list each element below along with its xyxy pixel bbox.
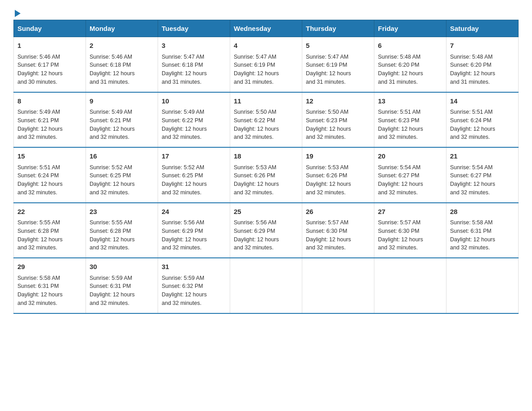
calendar-cell: 28Sunrise: 5:58 AMSunset: 6:31 PMDayligh…: [446, 203, 519, 258]
week-row-5: 29Sunrise: 5:58 AMSunset: 6:31 PMDayligh…: [14, 258, 519, 313]
calendar-cell: 25Sunrise: 5:56 AMSunset: 6:29 PMDayligh…: [230, 203, 302, 258]
calendar-cell: 11Sunrise: 5:50 AMSunset: 6:22 PMDayligh…: [230, 92, 302, 148]
week-row-3: 15Sunrise: 5:51 AMSunset: 6:24 PMDayligh…: [14, 147, 519, 203]
day-number: 14: [450, 96, 515, 107]
day-info: Sunrise: 5:57 AMSunset: 6:30 PMDaylight:…: [306, 218, 370, 252]
day-info: Sunrise: 5:54 AMSunset: 6:27 PMDaylight:…: [450, 163, 515, 197]
calendar-cell: 18Sunrise: 5:53 AMSunset: 6:26 PMDayligh…: [230, 147, 302, 203]
calendar-cell: 6Sunrise: 5:48 AMSunset: 6:20 PMDaylight…: [374, 37, 446, 92]
day-number: 16: [90, 151, 154, 162]
day-info: Sunrise: 5:47 AMSunset: 6:18 PMDaylight:…: [162, 53, 226, 86]
day-number: 9: [90, 96, 154, 107]
calendar-cell: 27Sunrise: 5:57 AMSunset: 6:30 PMDayligh…: [374, 203, 446, 258]
day-number: 29: [17, 262, 82, 272]
day-info: Sunrise: 5:55 AMSunset: 6:28 PMDaylight:…: [90, 218, 154, 252]
day-number: 26: [306, 207, 370, 217]
weekday-header-row: SundayMondayTuesdayWednesdayThursdayFrid…: [14, 20, 519, 37]
day-number: 4: [234, 41, 298, 51]
calendar-cell: 1Sunrise: 5:46 AMSunset: 6:17 PMDaylight…: [14, 37, 86, 92]
calendar-table: SundayMondayTuesdayWednesdayThursdayFrid…: [13, 20, 519, 314]
logo: [13, 9, 21, 15]
day-info: Sunrise: 5:47 AMSunset: 6:19 PMDaylight:…: [306, 53, 370, 86]
calendar-cell: 9Sunrise: 5:49 AMSunset: 6:21 PMDaylight…: [86, 92, 158, 148]
day-number: 12: [306, 96, 370, 107]
calendar-cell: [446, 258, 519, 313]
day-info: Sunrise: 5:58 AMSunset: 6:31 PMDaylight:…: [450, 218, 515, 252]
day-info: Sunrise: 5:51 AMSunset: 6:24 PMDaylight:…: [17, 163, 82, 197]
weekday-header-thursday: Thursday: [302, 20, 374, 37]
day-number: 13: [378, 96, 442, 107]
calendar-cell: 17Sunrise: 5:52 AMSunset: 6:25 PMDayligh…: [158, 147, 230, 203]
day-number: 17: [162, 151, 226, 162]
week-row-2: 8Sunrise: 5:49 AMSunset: 6:21 PMDaylight…: [14, 92, 519, 148]
calendar-cell: 21Sunrise: 5:54 AMSunset: 6:27 PMDayligh…: [446, 147, 519, 203]
calendar-cell: 13Sunrise: 5:51 AMSunset: 6:23 PMDayligh…: [374, 92, 446, 148]
day-info: Sunrise: 5:50 AMSunset: 6:22 PMDaylight:…: [234, 108, 298, 141]
day-info: Sunrise: 5:48 AMSunset: 6:20 PMDaylight:…: [450, 53, 515, 86]
day-number: 2: [90, 41, 154, 51]
day-number: 20: [378, 151, 442, 162]
calendar-cell: 23Sunrise: 5:55 AMSunset: 6:28 PMDayligh…: [86, 203, 158, 258]
day-number: 30: [90, 262, 154, 272]
calendar-cell: [230, 258, 302, 313]
day-number: 21: [450, 151, 515, 162]
day-number: 10: [162, 96, 226, 107]
day-info: Sunrise: 5:53 AMSunset: 6:26 PMDaylight:…: [306, 163, 370, 197]
day-number: 8: [17, 96, 82, 107]
day-info: Sunrise: 5:59 AMSunset: 6:31 PMDaylight:…: [90, 274, 154, 308]
day-info: Sunrise: 5:52 AMSunset: 6:25 PMDaylight:…: [90, 163, 154, 197]
weekday-header-monday: Monday: [86, 20, 158, 37]
calendar-cell: 24Sunrise: 5:56 AMSunset: 6:29 PMDayligh…: [158, 203, 230, 258]
day-info: Sunrise: 5:57 AMSunset: 6:30 PMDaylight:…: [378, 218, 442, 252]
weekday-header-sunday: Sunday: [14, 20, 86, 37]
day-info: Sunrise: 5:46 AMSunset: 6:17 PMDaylight:…: [17, 53, 82, 86]
day-info: Sunrise: 5:49 AMSunset: 6:22 PMDaylight:…: [162, 108, 226, 141]
week-row-1: 1Sunrise: 5:46 AMSunset: 6:17 PMDaylight…: [14, 37, 519, 92]
day-info: Sunrise: 5:46 AMSunset: 6:18 PMDaylight:…: [90, 53, 154, 86]
day-info: Sunrise: 5:54 AMSunset: 6:27 PMDaylight:…: [378, 163, 442, 197]
day-info: Sunrise: 5:58 AMSunset: 6:31 PMDaylight:…: [17, 274, 82, 308]
day-number: 25: [234, 207, 298, 217]
day-info: Sunrise: 5:47 AMSunset: 6:19 PMDaylight:…: [234, 53, 298, 86]
day-number: 23: [90, 207, 154, 217]
day-info: Sunrise: 5:53 AMSunset: 6:26 PMDaylight:…: [234, 163, 298, 197]
day-number: 15: [17, 151, 82, 162]
day-number: 22: [17, 207, 82, 217]
day-number: 28: [450, 207, 515, 217]
day-info: Sunrise: 5:55 AMSunset: 6:28 PMDaylight:…: [17, 218, 82, 252]
day-info: Sunrise: 5:56 AMSunset: 6:29 PMDaylight:…: [162, 218, 226, 252]
day-info: Sunrise: 5:48 AMSunset: 6:20 PMDaylight:…: [378, 53, 442, 86]
day-number: 6: [378, 41, 442, 51]
day-number: 27: [378, 207, 442, 217]
weekday-header-wednesday: Wednesday: [230, 20, 302, 37]
calendar-cell: 4Sunrise: 5:47 AMSunset: 6:19 PMDaylight…: [230, 37, 302, 92]
weekday-header-tuesday: Tuesday: [158, 20, 230, 37]
day-info: Sunrise: 5:56 AMSunset: 6:29 PMDaylight:…: [234, 218, 298, 252]
calendar-cell: 30Sunrise: 5:59 AMSunset: 6:31 PMDayligh…: [86, 258, 158, 313]
calendar-cell: 12Sunrise: 5:50 AMSunset: 6:23 PMDayligh…: [302, 92, 374, 148]
day-number: 1: [17, 41, 82, 51]
calendar-cell: 26Sunrise: 5:57 AMSunset: 6:30 PMDayligh…: [302, 203, 374, 258]
day-number: 11: [234, 96, 298, 107]
day-number: 18: [234, 151, 298, 162]
week-row-4: 22Sunrise: 5:55 AMSunset: 6:28 PMDayligh…: [14, 203, 519, 258]
day-info: Sunrise: 5:51 AMSunset: 6:23 PMDaylight:…: [378, 108, 442, 141]
calendar-cell: 15Sunrise: 5:51 AMSunset: 6:24 PMDayligh…: [14, 147, 86, 203]
page-header: [13, 9, 519, 15]
calendar-cell: 22Sunrise: 5:55 AMSunset: 6:28 PMDayligh…: [14, 203, 86, 258]
calendar-cell: 5Sunrise: 5:47 AMSunset: 6:19 PMDaylight…: [302, 37, 374, 92]
calendar-cell: 14Sunrise: 5:51 AMSunset: 6:24 PMDayligh…: [446, 92, 519, 148]
calendar-cell: 29Sunrise: 5:58 AMSunset: 6:31 PMDayligh…: [14, 258, 86, 313]
calendar-cell: 8Sunrise: 5:49 AMSunset: 6:21 PMDaylight…: [14, 92, 86, 148]
day-info: Sunrise: 5:50 AMSunset: 6:23 PMDaylight:…: [306, 108, 370, 141]
calendar-cell: [374, 258, 446, 313]
calendar-cell: [302, 258, 374, 313]
day-info: Sunrise: 5:51 AMSunset: 6:24 PMDaylight:…: [450, 108, 515, 141]
day-info: Sunrise: 5:52 AMSunset: 6:25 PMDaylight:…: [162, 163, 226, 197]
calendar-cell: 16Sunrise: 5:52 AMSunset: 6:25 PMDayligh…: [86, 147, 158, 203]
day-number: 5: [306, 41, 370, 51]
calendar-cell: 2Sunrise: 5:46 AMSunset: 6:18 PMDaylight…: [86, 37, 158, 92]
day-number: 7: [450, 41, 515, 51]
calendar-cell: 20Sunrise: 5:54 AMSunset: 6:27 PMDayligh…: [374, 147, 446, 203]
day-info: Sunrise: 5:59 AMSunset: 6:32 PMDaylight:…: [162, 274, 226, 308]
